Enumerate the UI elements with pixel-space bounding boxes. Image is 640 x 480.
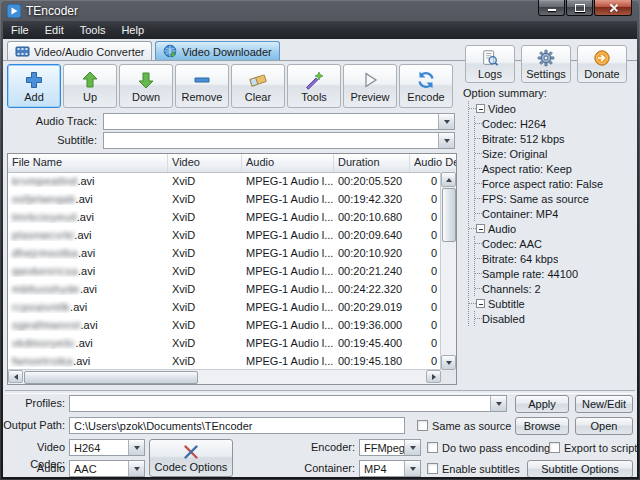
table-row[interactable]: dhejrmsotba.aviXviDMPEG-1 Audio l...00:2… [8,244,443,262]
checkbox-icon[interactable] [427,442,438,453]
table-row[interactable]: mbltuoshyde.aviXviDMPEG-1 Audio l...00:2… [8,280,443,298]
chevron-down-icon[interactable] [404,461,420,476]
column-header[interactable]: Duration [334,154,410,172]
table-row[interactable]: fwnsetroika.aviXviDMPEG-1 Audio l...00:1… [8,352,443,370]
audio-codec-cell: MPEG-1 Audio l... [242,229,334,241]
tree-item[interactable]: Aspect ratio: Keep [475,161,636,176]
minimize-button[interactable] [538,0,565,16]
chevron-down-icon[interactable] [490,396,506,411]
horizontal-scrollbar[interactable] [8,369,441,384]
audio-codec-select[interactable]: AAC [69,460,145,477]
tree-item[interactable]: Subtitle [469,296,636,311]
scroll-right-icon[interactable] [426,370,441,383]
open-button[interactable]: Open [575,417,633,435]
subtitle-select[interactable] [103,132,455,149]
tools-button[interactable]: Tools [287,64,341,108]
column-header[interactable]: Audio Del [410,154,456,172]
subtitle-options-button[interactable]: Subtitle Options [527,460,633,477]
menu-help[interactable]: Help [113,21,152,39]
preview-button[interactable]: Preview [343,64,397,108]
encode-button[interactable]: Encode [399,64,453,108]
donate-button[interactable]: Donate [577,45,627,83]
clear-button[interactable]: Clear [231,64,285,108]
remove-button[interactable]: Remove [175,64,229,108]
enable-subtitles-checkbox[interactable]: Enable subtitles [427,460,520,477]
container-select[interactable]: MP4 [359,460,421,477]
menu-file[interactable]: File [3,21,37,39]
scroll-left-icon[interactable] [8,370,23,383]
tree-item[interactable]: Video [469,101,636,116]
tree-item[interactable]: Codec: AAC [475,236,636,251]
chevron-down-icon[interactable] [438,114,454,129]
up-button[interactable]: Up [63,64,117,108]
add-button[interactable]: Add [7,64,61,108]
tree-item[interactable]: Size: Original [475,146,636,161]
checkbox-icon[interactable] [417,420,428,431]
tree-item[interactable]: Sample rate: 44100 [475,266,636,281]
tree-item[interactable]: Codec: H264 [475,116,636,131]
down-button[interactable]: Down [119,64,173,108]
tree-item[interactable]: FPS: Same as source [475,191,636,206]
title-bar[interactable]: TEncoder [0,0,640,21]
table-row[interactable]: vkdmoryeilc.aviXviDMPEG-1 Audio l...00:1… [8,334,443,352]
column-header[interactable]: Video [168,154,242,172]
option-summary-label: Option summary: [463,87,547,99]
collapse-icon[interactable] [476,299,485,308]
maximize-button[interactable] [566,0,593,16]
tree-item[interactable]: Channels: 2 [475,281,636,296]
tree-item[interactable]: Force aspect ratio: False [475,176,636,191]
table-row[interactable]: krvmpeatlnd.aviXviDMPEG-1 Audio l...00:2… [8,172,443,190]
export-to-script-checkbox[interactable]: Export to script [549,439,637,456]
table-row[interactable]: sgeafmwnrot.aviXviDMPEG-1 Audio l...00:1… [8,316,443,334]
chevron-down-icon[interactable] [128,461,144,476]
menu-tools[interactable]: Tools [72,21,114,39]
table-row[interactable]: plasnwcvrki.aviXviDMPEG-1 Audio l...00:2… [8,226,443,244]
tree-item[interactable]: Bitrate: 512 kbps [475,131,636,146]
same-as-source-checkbox[interactable]: Same as source [417,417,511,434]
scroll-down-icon[interactable] [441,355,456,370]
codec-options-button[interactable]: Codec Options [149,439,233,477]
tab-video-downloader[interactable]: Video Downloader [155,41,280,61]
side-label: Donate [584,68,619,80]
logs-button[interactable]: Logs [465,45,515,83]
tree-item[interactable]: Bitrate: 64 kbps [475,251,636,266]
table-row[interactable]: tmrkcioyeud.aviXviDMPEG-1 Audio l...00:2… [8,208,443,226]
video-codec-cell: XviD [168,337,242,349]
checkbox-icon[interactable] [427,463,438,474]
file-list-header[interactable]: File NameVideoAudioDurationAudio Del [8,154,456,173]
close-button[interactable] [594,0,632,16]
tree-item[interactable]: Disabled [475,311,636,326]
vertical-scrollbar[interactable] [440,172,456,370]
toolbar-label: Encode [407,91,444,103]
two-pass-checkbox[interactable]: Do two pass encoding [427,439,550,456]
checkbox-icon[interactable] [549,442,560,453]
scroll-up-icon[interactable] [441,172,456,187]
column-header[interactable]: Audio [242,154,334,172]
table-row[interactable]: osfjelwnqab.aviXviDMPEG-1 Audio l...00:1… [8,190,443,208]
chevron-down-icon[interactable] [128,440,144,455]
tab-video-audio-converter[interactable]: Video/Audio Converter [7,41,152,61]
horizontal-scroll-thumb[interactable] [24,371,198,384]
file-name-cell: qwvkenricsa.avi [8,265,168,277]
apply-button[interactable]: Apply [515,395,569,413]
encoder-select[interactable]: FFMpeg [359,439,421,456]
vertical-scroll-thumb[interactable] [442,188,456,242]
tree-item[interactable]: Container: MP4 [475,206,636,221]
collapse-icon[interactable] [476,104,485,113]
table-row[interactable]: qwvkenricsa.aviXviDMPEG-1 Audio l...00:2… [8,262,443,280]
new-edit-button[interactable]: New/Edit [575,395,633,413]
arrow-down-icon [136,70,156,90]
table-row[interactable]: rcpoaivntlk.aviXviDMPEG-1 Audio l...00:2… [8,298,443,316]
output-path-input[interactable] [69,417,405,434]
profiles-select[interactable] [69,395,507,412]
settings-button[interactable]: Settings [521,45,571,83]
column-header[interactable]: File Name [8,154,168,172]
browse-button[interactable]: Browse [515,417,569,435]
collapse-icon[interactable] [476,224,485,233]
audio-track-select[interactable] [103,113,455,130]
chevron-down-icon[interactable] [404,440,420,455]
video-codec-select[interactable]: H264 [69,439,145,456]
chevron-down-icon[interactable] [438,133,454,148]
tree-item[interactable]: Audio [469,221,636,236]
menu-edit[interactable]: Edit [37,21,72,39]
